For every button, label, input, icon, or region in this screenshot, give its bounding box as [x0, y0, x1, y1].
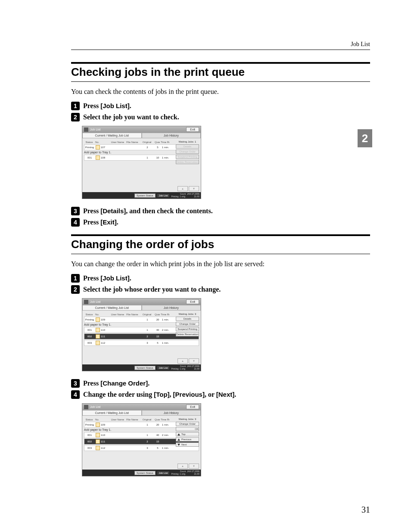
svg-text:4: 4 — [74, 219, 77, 226]
shot-titlebar: Job List Exit — [82, 404, 201, 410]
header-rule — [71, 50, 370, 50]
tab-history[interactable]: Job History — [142, 133, 201, 138]
triangle-down-icon — [177, 444, 180, 446]
screenshot-3: Job List Exit Current / Waiting Job List… — [82, 403, 370, 476]
window-icon — [84, 405, 88, 409]
document-icon — [96, 433, 100, 437]
svg-text:1: 1 — [74, 275, 77, 282]
window-icon — [84, 300, 88, 304]
exit-button[interactable]: Exit — [186, 299, 199, 304]
step-icon-4: 4 — [71, 390, 80, 399]
tab-current[interactable]: Current / Waiting Job List — [82, 410, 142, 416]
window-icon — [84, 128, 88, 132]
document-icon — [96, 145, 100, 149]
document-icon — [96, 423, 100, 427]
page-header-label: Job List — [71, 41, 370, 48]
step-2-1: 1 Press [Job List]. — [71, 274, 370, 283]
ok-button[interactable]: OK — [176, 427, 199, 431]
step-1-4: 4 Press [Exit]. — [71, 218, 370, 227]
pager-next[interactable]: ▼ — [189, 186, 199, 191]
change-order-button[interactable]: Change Order — [176, 149, 199, 154]
tab-history[interactable]: Job History — [142, 410, 201, 416]
triangle-up-icon — [177, 439, 180, 441]
screenshot-2: Job List Exit Current / Waiting Job List… — [82, 298, 370, 371]
screenshot-1: Job List Exit Current / Waiting Job List… — [82, 126, 370, 199]
step-icon-1: 1 — [71, 274, 80, 283]
svg-text:3: 3 — [74, 208, 77, 215]
svg-text:2: 2 — [74, 114, 77, 121]
document-icon — [96, 439, 100, 444]
exit-button[interactable]: Exit — [186, 127, 199, 132]
step-icon-3: 3 — [71, 379, 80, 388]
change-order-button[interactable]: Change Order — [176, 322, 199, 326]
tab-current[interactable]: Current / Waiting Job List — [82, 133, 142, 138]
step-icon-3: 3 — [71, 207, 80, 215]
pager-prev[interactable]: ▲ — [177, 186, 188, 191]
pager-prev[interactable]: ▲ — [177, 464, 188, 469]
chapter-tab: 2 — [358, 129, 372, 147]
document-icon — [96, 446, 100, 450]
system-status-button[interactable]: System Status — [134, 193, 156, 198]
step-1-2: 2 Select the job you want to check. — [71, 113, 370, 121]
system-status-button[interactable]: System Status — [134, 471, 156, 475]
step-icon-2: 2 — [71, 113, 80, 121]
delete-button[interactable]: Delete Reservation — [176, 160, 199, 164]
details-button[interactable]: Details — [176, 144, 199, 149]
exit-button[interactable]: Exit — [186, 404, 199, 409]
delete-button[interactable]: Delete Reservation — [176, 332, 199, 336]
svg-text:2: 2 — [74, 286, 77, 293]
previous-button[interactable]: Previous — [176, 437, 199, 442]
document-icon — [96, 317, 100, 322]
pager-next[interactable]: ▼ — [189, 358, 199, 364]
tab-current[interactable]: Current / Waiting Job List — [82, 305, 142, 311]
change-order-label: Change Order — [176, 422, 199, 426]
pager-prev[interactable]: ▲ — [177, 358, 188, 364]
job-list-button[interactable]: Job List — [157, 193, 170, 198]
pager-next[interactable]: ▼ — [189, 464, 199, 469]
step-1-3: 3 Press [Details], and then check the co… — [71, 207, 370, 215]
document-icon — [96, 341, 100, 345]
details-button[interactable]: Details — [176, 317, 199, 321]
svg-text:1: 1 — [74, 103, 77, 109]
step-icon-1: 1 — [71, 102, 80, 110]
step-icon-4: 4 — [71, 218, 80, 227]
document-icon — [96, 156, 100, 160]
next-button[interactable]: Next — [176, 442, 199, 447]
system-status-button[interactable]: System Status — [134, 366, 156, 370]
top-button[interactable]: Top — [176, 432, 199, 436]
page-number: 31 — [361, 505, 370, 515]
document-icon — [96, 328, 100, 332]
triangle-up-icon — [177, 433, 180, 436]
job-list-button[interactable]: Job List — [157, 471, 170, 475]
table-row[interactable]: 003 112 3 5 1 min. — [84, 340, 199, 346]
step-2-3: 3 Press [Change Order]. — [71, 379, 370, 388]
suspend-button[interactable]: Suspend Printing — [176, 327, 199, 331]
section1-intro: You can check the contents of jobs in th… — [71, 88, 370, 96]
svg-text:3: 3 — [74, 380, 77, 387]
shot-titlebar: Job List Exit — [82, 299, 201, 305]
section1-title: Checking jobs in the print queue — [71, 62, 370, 82]
tab-history[interactable]: Job History — [142, 305, 201, 311]
job-list-button[interactable]: Job List — [157, 366, 170, 370]
document-icon — [96, 334, 100, 339]
section2-title: Changing the order of jobs — [71, 234, 370, 254]
step-2-4: 4 Change the order using [Top], [Previou… — [71, 390, 370, 399]
step-2-2: 2 Select the job whose order you want to… — [71, 285, 370, 294]
shot-titlebar: Job List Exit — [82, 126, 201, 133]
suspend-button[interactable]: Suspend Printing — [176, 155, 199, 159]
step-icon-2: 2 — [71, 285, 80, 294]
section2-intro: You can change the order in which print … — [71, 260, 370, 268]
svg-text:4: 4 — [74, 391, 77, 398]
step-1-1: 1 Press [Job List]. — [71, 102, 370, 110]
